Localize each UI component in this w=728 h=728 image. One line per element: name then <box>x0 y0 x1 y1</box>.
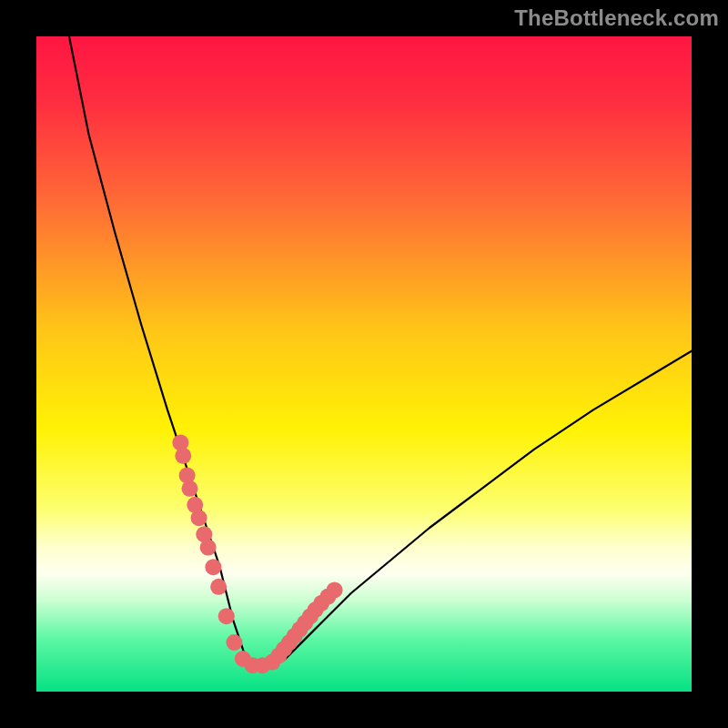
marker-dot <box>218 608 235 624</box>
chart-svg <box>36 36 692 692</box>
outer-frame: TheBottleneck.com <box>0 0 728 728</box>
marker-dot <box>327 581 343 598</box>
marker-dot <box>175 448 191 464</box>
marker-dot <box>226 634 242 651</box>
watermark-text: TheBottleneck.com <box>514 5 719 31</box>
gradient-background <box>36 36 692 692</box>
marker-dot <box>200 540 217 556</box>
marker-dot <box>181 480 197 497</box>
marker-dot <box>210 579 227 595</box>
plot-area <box>36 36 692 692</box>
marker-dot <box>205 559 221 575</box>
marker-dot <box>191 510 207 526</box>
